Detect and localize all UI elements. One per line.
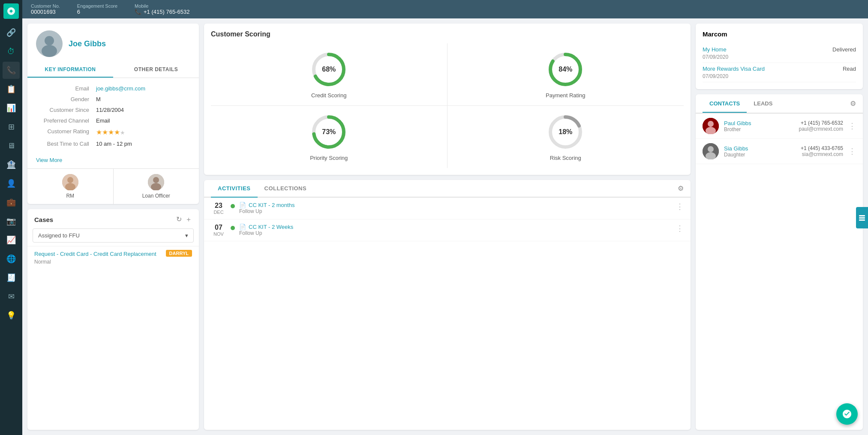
activities-filter-icon[interactable]: ⚙	[678, 184, 684, 192]
info-tabs: KEY INFORMATION OTHER DETAILS	[27, 62, 199, 78]
since-label: Customer Since	[36, 107, 96, 113]
contact-phone-1: +1 (415) 765-6532	[799, 120, 843, 126]
marcom-link-1[interactable]: My Home	[703, 46, 728, 53]
activity-subtitle-1: Follow Up	[239, 208, 672, 214]
marcom-status-1: Delivered	[832, 46, 856, 53]
cases-header: Cases ↻ ＋	[27, 209, 199, 228]
sidebar-item-clock[interactable]: ⏱	[3, 43, 20, 60]
fab-button[interactable]	[836, 403, 858, 425]
phone-icon: 📞	[135, 9, 141, 15]
loan-officer-avatar	[148, 174, 164, 190]
side-panel-toggle[interactable]	[856, 207, 868, 228]
activity-more-1[interactable]: ⋮	[676, 202, 684, 211]
engagement-block: Engagement Score 6	[77, 3, 117, 15]
contact-more-2[interactable]: ⋮	[848, 147, 856, 156]
sidebar-item-person[interactable]: 👤	[3, 175, 20, 192]
payment-donut: 84%	[546, 50, 585, 89]
gender-label: Gender	[36, 96, 96, 102]
contact-info-2: Sia Gibbs Daughter	[724, 145, 796, 158]
customer-name[interactable]: Joe Gibbs	[69, 39, 106, 48]
contact-name-2[interactable]: Sia Gibbs	[724, 145, 796, 152]
sidebar-item-camera[interactable]: 📷	[3, 213, 20, 230]
email-value[interactable]: joe.gibbs@crm.com	[96, 85, 145, 92]
activity-dot-2	[231, 226, 235, 230]
activity-doc-icon-2: 📄	[239, 224, 246, 230]
sidebar-item-monitor[interactable]: 🖥	[3, 137, 20, 154]
sidebar-item-receipt[interactable]: 🧾	[3, 269, 20, 286]
engagement-label: Engagement Score	[77, 3, 117, 9]
contact-relation-1: Brother	[724, 126, 793, 132]
sidebar-item-barchart[interactable]: 📈	[3, 231, 20, 249]
scoring-title: Customer Scoring	[211, 30, 684, 38]
activity-title-2: 📄 CC KIT - 2 Weeks	[239, 224, 672, 230]
rating-stars: ★★★★★	[96, 128, 125, 136]
sidebar-item-link[interactable]: 🔗	[3, 24, 20, 41]
cases-title: Cases	[34, 216, 53, 223]
marcom-status-2: Read	[843, 66, 856, 72]
sidebar-item-chart[interactable]: 📊	[3, 99, 20, 117]
contact-name-1[interactable]: Paul Gibbs	[724, 120, 793, 126]
tab-contacts[interactable]: CONTACTS	[703, 95, 747, 113]
tab-key-information[interactable]: KEY INFORMATION	[27, 62, 113, 78]
marcom-date-1: 07/09/2020	[703, 54, 728, 60]
activity-date-1: 23 DEC	[211, 202, 226, 215]
email-label: Email	[36, 85, 96, 92]
priority-label: Priority Scoring	[310, 155, 348, 161]
contact-item-2: Sia Gibbs Daughter +1 (445) 433-6765 sia…	[696, 139, 863, 164]
activity-subtitle-2: Follow Up	[239, 230, 672, 236]
marcom-item-1: My Home 07/09/2020 Delivered	[703, 44, 856, 63]
main-content: Customer No. 00001693 Engagement Score 6…	[22, 0, 868, 435]
view-more-link[interactable]: View More	[27, 154, 199, 168]
rating-label: Customer Rating	[36, 128, 96, 136]
tab-activities[interactable]: ACTIVITIES	[211, 180, 258, 198]
mobile-block: Mobile 📞 +1 (415) 765-6532	[135, 3, 189, 15]
cases-actions: ↻ ＋	[176, 215, 192, 224]
tab-leads[interactable]: LEADS	[747, 95, 779, 112]
risk-label: Risk Scoring	[550, 155, 581, 161]
contact-info-1: Paul Gibbs Brother	[724, 120, 793, 132]
priority-donut: 73%	[309, 113, 348, 151]
activity-doc-icon-1: 📄	[239, 202, 246, 208]
svg-rect-24	[859, 215, 865, 216]
activity-day-1: 23	[211, 202, 226, 210]
add-case-icon[interactable]: ＋	[185, 215, 192, 224]
sidebar-item-mail[interactable]: ✉	[3, 288, 20, 305]
sidebar-item-grid[interactable]: ⊞	[3, 118, 20, 135]
channel-row: Preferred Channel Email	[36, 115, 190, 126]
svg-point-8	[153, 177, 159, 183]
sidebar-item-lightbulb[interactable]: 💡	[3, 307, 20, 324]
marcom-link-2[interactable]: More Rewards Visa Card	[703, 66, 765, 72]
mobile-label: Mobile	[135, 3, 189, 9]
refresh-icon[interactable]: ↻	[176, 215, 182, 224]
activity-title-1: 📄 CC KIT - 2 months	[239, 202, 672, 208]
call-row: Best Time to Call 10 am - 12 pm	[36, 138, 190, 149]
activity-more-2[interactable]: ⋮	[676, 224, 684, 233]
scoring-grid: 68% Credit Scoring 84% Pa	[211, 43, 684, 168]
contact-email-2: sia@crmnext.com	[801, 151, 843, 157]
sidebar-item-building[interactable]: 🏦	[3, 156, 20, 173]
activity-content-1: 📄 CC KIT - 2 months Follow Up	[239, 202, 672, 214]
customer-info-card: Joe Gibbs KEY INFORMATION OTHER DETAILS …	[27, 24, 199, 204]
sidebar-item-doc[interactable]: 📋	[3, 81, 20, 98]
sidebar-item-briefcase[interactable]: 💼	[3, 194, 20, 211]
logo[interactable]	[3, 3, 19, 19]
sidebar-item-phone[interactable]: 📞	[3, 62, 20, 79]
scoring-payment: 84% Payment Rating	[448, 43, 684, 106]
chevron-down-icon: ▾	[185, 232, 188, 239]
contact-avatar-2	[703, 143, 719, 159]
activities-card: ACTIVITIES COLLECTIONS ⚙ 23 DEC 📄 CC KIT…	[204, 180, 691, 430]
customer-no-block: Customer No. 00001693	[31, 3, 60, 15]
sidebar-item-globe[interactable]: 🌐	[3, 250, 20, 267]
contacts-filter-icon[interactable]: ⚙	[850, 94, 856, 113]
cases-filter[interactable]: Assigned to FFU ▾	[33, 228, 194, 243]
credit-donut: 68%	[309, 50, 348, 89]
center-column: Customer Scoring 68% Credit Scoring	[204, 24, 691, 430]
since-row: Customer Since 11/28/2004	[36, 105, 190, 115]
tab-collections[interactable]: COLLECTIONS	[258, 180, 314, 197]
contact-relation-2: Daughter	[724, 152, 796, 158]
contact-more-1[interactable]: ⋮	[848, 121, 856, 131]
rating-row: Customer Rating ★★★★★	[36, 126, 190, 138]
activity-content-2: 📄 CC KIT - 2 Weeks Follow Up	[239, 224, 672, 236]
tab-other-details[interactable]: OTHER DETAILS	[113, 62, 199, 78]
case-link[interactable]: Request - Credit Card - Credit Card Repl…	[34, 251, 156, 257]
